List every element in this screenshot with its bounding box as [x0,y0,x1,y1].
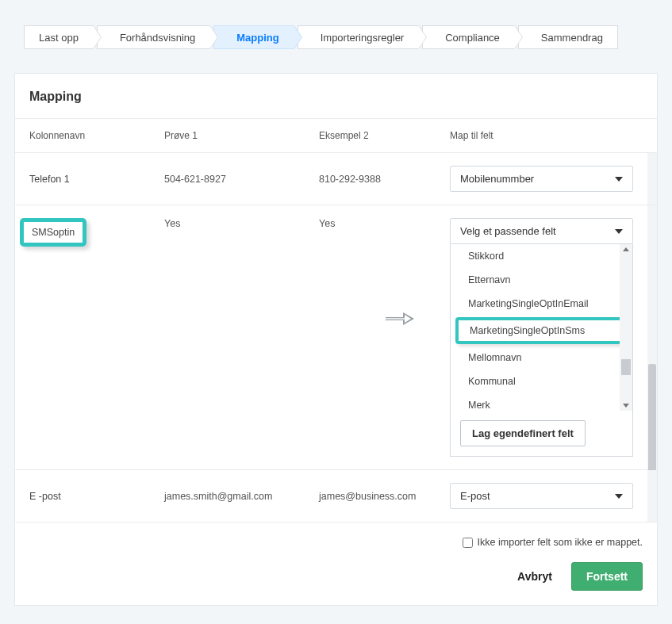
dropdown-option[interactable]: Merk [451,393,632,411]
sample1-value: Yes [164,218,319,229]
skip-unmapped-checkbox[interactable] [463,538,473,548]
col-header-mapto: Map til felt [450,130,647,141]
mapping-row: Telefon 1 504-621-8927 810-292-9388 Mobi… [15,153,657,205]
sample2-value: james@business.com [319,491,450,502]
step-import-rules[interactable]: Importeringsregler [298,25,420,49]
dropdown-scrollbar[interactable] [620,244,632,411]
chevron-down-icon [615,229,623,234]
sample2-value: Yes [319,218,450,229]
highlight-annotation: SMSoptin [20,218,86,247]
col-header-sample1: Prøve 1 [164,130,319,141]
dropdown-option[interactable]: Stikkord [451,244,632,268]
scrollbar[interactable] [647,153,657,205]
sample2-value: 810-292-9388 [319,174,450,185]
mapto-dropdown[interactable]: Mobilenummber [450,166,633,192]
chevron-down-icon [615,494,623,499]
dropdown-option[interactable]: Etternavn [451,268,632,292]
skip-unmapped-checkbox-row[interactable]: Ikke importer felt som ikke er mappet. [463,537,643,548]
column-name: SMSoptin [29,218,164,247]
dropdown-selected: Mobilenummber [460,173,534,185]
wizard-stepper: Last opp Forhåndsvisning Mapping Importe… [0,0,672,49]
mapto-dropdown[interactable]: Velg et passende felt [450,218,633,244]
checkbox-label: Ikke importer felt som ikke er mappet. [478,537,643,548]
dropdown-selected: E-post [460,490,490,502]
step-compliance[interactable]: Compliance [422,25,515,49]
mapping-row: E -post james.smith@gmail.com james@busi… [15,470,657,523]
chevron-down-icon [615,177,623,182]
scroll-up-icon[interactable] [623,247,629,251]
mapping-row: SMSoptin Yes Yes Velg et passende felt S… [15,205,657,470]
cancel-button[interactable]: Avbryt [508,564,562,589]
panel-title: Mapping [15,74,657,119]
mapto-dropdown[interactable]: E-post [450,483,633,509]
dropdown-option[interactable]: Kommunal [451,369,632,393]
arrow-annotation-icon [384,310,417,327]
column-name: E -post [29,491,164,502]
step-preview[interactable]: Forhåndsvisning [97,25,210,49]
dropdown-option[interactable]: Mellomnavn [451,346,632,369]
step-mapping[interactable]: Mapping [213,25,294,49]
dropdown-list: Stikkord Etternavn MarketingSingleOptInE… [450,244,633,457]
mapto-dropdown-open: Velg et passende felt Stikkord Etternavn… [450,218,633,457]
continue-button[interactable]: Fortsett [571,562,643,591]
panel-footer: Ikke importer felt som ikke er mappet. A… [15,523,657,605]
scrollbar[interactable] [647,205,657,469]
dropdown-option[interactable]: MarketingSingleOptInEmail [451,292,632,316]
mapping-header-row: Kolonnenavn Prøve 1 Eksempel 2 Map til f… [15,119,657,153]
sample1-value: james.smith@gmail.com [164,491,319,502]
col-header-name: Kolonnenavn [29,130,164,141]
col-header-sample2: Eksempel 2 [319,130,450,141]
dropdown-selected: Velg et passende felt [460,225,556,237]
step-upload[interactable]: Last opp [24,25,94,49]
scrollbar[interactable] [647,470,657,522]
sample1-value: 504-621-8927 [164,174,319,185]
create-custom-field-button[interactable]: Lag egendefinert felt [460,420,586,446]
mapping-panel: Mapping Kolonnenavn Prøve 1 Eksempel 2 M… [14,73,658,606]
dropdown-option-highlighted[interactable]: MarketingSingleOptInSms [455,317,628,344]
scroll-down-icon[interactable] [623,404,629,408]
scroll-thumb[interactable] [621,359,631,375]
column-name: Telefon 1 [29,174,164,185]
step-summary[interactable]: Sammendrag [518,25,618,49]
